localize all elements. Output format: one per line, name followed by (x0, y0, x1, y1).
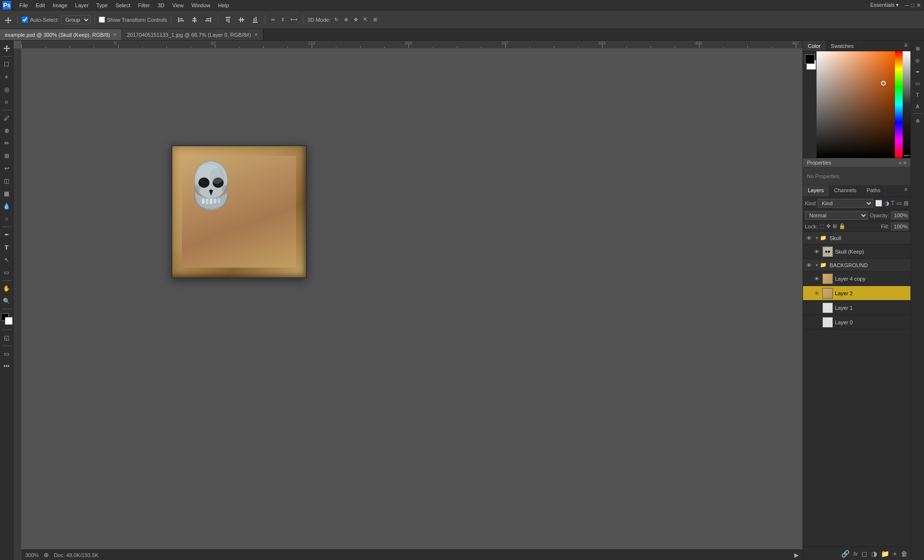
tab-paths[interactable]: Paths (862, 185, 886, 197)
crop-tool[interactable]: ⌗ (1, 96, 13, 108)
layer-mask-btn[interactable]: ◻ (861, 549, 868, 559)
auto-select-dropdown[interactable]: Group Layer (61, 15, 91, 24)
align-right-btn[interactable] (202, 15, 214, 25)
background-group-header[interactable]: 👁 ▾ 📁 BACKGROUND (803, 259, 910, 272)
align-bottom-btn[interactable] (249, 15, 261, 25)
menu-help[interactable]: Help (214, 1, 233, 9)
skull-group-eye[interactable]: 👁 (805, 234, 813, 242)
dodge-tool[interactable]: ○ (1, 213, 13, 225)
color-swatch[interactable] (1, 313, 13, 326)
menu-filter[interactable]: Filter (134, 1, 153, 9)
layer-fx-btn[interactable]: fx (852, 550, 859, 558)
pen-tool[interactable]: ✒ (1, 229, 13, 241)
rect-select-tool[interactable]: ☐ (1, 59, 13, 70)
fg-color-box[interactable] (805, 54, 815, 64)
layer-adj-btn[interactable]: ◑ (870, 549, 878, 559)
layer1-item[interactable]: Layer 1 (803, 301, 910, 315)
layer4copy-eye[interactable]: 👁 (813, 275, 820, 283)
move-tool[interactable] (1, 43, 13, 54)
lock-artboard-btn[interactable]: ⊞ (833, 223, 837, 229)
menu-edit[interactable]: Edit (32, 1, 49, 9)
skull-group-header[interactable]: 👁 ▾ 📁 Skull (803, 232, 910, 244)
minimize-btn[interactable]: ─ (905, 2, 909, 9)
lock-pixels-btn[interactable]: ⬚ (819, 223, 824, 229)
rotate-3d-btn[interactable]: ↻ (333, 16, 340, 23)
status-arrow-btn[interactable]: ▶ (794, 552, 799, 559)
tab-example-psd[interactable]: example.psd @ 300% (Skull (Keep), RGB/8)… (0, 29, 122, 40)
menu-image[interactable]: Image (49, 1, 72, 9)
tab-jpg[interactable]: 20170405151133_1.jpg @ 66.7% (Layer 0, R… (122, 29, 263, 40)
smart-filter-btn[interactable]: ⊞ (904, 200, 909, 207)
layer0-item[interactable]: Layer 0 (803, 315, 910, 330)
brush-tool[interactable]: ✏ (1, 137, 13, 149)
bg-group-eye[interactable]: 👁 (805, 261, 813, 269)
blend-mode-select[interactable]: Normal (805, 211, 868, 220)
layer-link-btn[interactable]: 🔗 (840, 549, 850, 559)
zoom-tool[interactable]: 🔍 (1, 295, 13, 307)
menu-layer[interactable]: Layer (71, 1, 92, 9)
right-tool-1[interactable]: ⊞ (912, 43, 924, 54)
lock-position-btn[interactable]: ✥ (826, 223, 831, 229)
tab-close-2[interactable]: ✕ (254, 32, 258, 37)
adj-filter-btn[interactable]: ◑ (884, 200, 889, 207)
distribute-v-btn[interactable]: ⇕ (279, 16, 287, 23)
menu-type[interactable]: Type (92, 1, 112, 9)
properties-menu-btn[interactable]: ≡ (904, 160, 907, 166)
close-btn[interactable]: ✕ (916, 2, 921, 9)
new-group-btn[interactable]: 📁 (880, 549, 890, 559)
canvas-viewport[interactable]: 300% ⊕ Doc: 48.0K/193.5K ▶ (21, 48, 803, 560)
align-middle-v-btn[interactable] (236, 15, 247, 25)
eyedropper-tool[interactable]: 🖊 (1, 112, 13, 124)
transform-checkbox[interactable] (99, 16, 105, 23)
history-brush-tool[interactable]: ↩ (1, 163, 13, 174)
orbit-btn[interactable]: ⊕ (342, 16, 350, 23)
background-color[interactable] (5, 317, 13, 325)
type-filter-btn[interactable]: T (891, 200, 894, 207)
kind-dropdown[interactable]: Kind (818, 199, 873, 208)
shape-tool[interactable]: ▭ (1, 267, 13, 278)
lasso-tool[interactable]: ⌖ (1, 71, 13, 83)
color-gradient-picker[interactable] (817, 51, 895, 158)
layers-panel-menu[interactable]: ≡ (902, 185, 910, 197)
extras-btn[interactable]: ••• (1, 361, 13, 372)
gradient-tool[interactable]: ▦ (1, 188, 13, 199)
align-left-btn[interactable] (175, 15, 187, 25)
properties-expand-btn[interactable]: » (898, 160, 901, 166)
zoom-fit-btn[interactable]: ⊕ (44, 551, 49, 559)
layer2-item[interactable]: 👁 Layer 2 (803, 286, 910, 301)
align-center-h-btn[interactable] (189, 15, 200, 25)
alpha-slider[interactable] (903, 51, 910, 158)
tab-channels[interactable]: Channels (829, 185, 862, 197)
skull-group-collapse[interactable]: ▾ (816, 235, 818, 241)
auto-select-checkbox[interactable] (22, 16, 28, 23)
distribute2-btn[interactable]: ⟷ (288, 16, 299, 23)
tab-close-1[interactable]: ✕ (113, 32, 117, 37)
menu-view[interactable]: View (168, 1, 188, 9)
bg-group-collapse[interactable]: ▾ (816, 262, 818, 268)
menu-file[interactable]: File (15, 1, 32, 9)
move-tool-btn[interactable] (3, 15, 14, 24)
color-panel-menu[interactable]: ≡ (901, 41, 910, 51)
tab-swatches[interactable]: Swatches (826, 41, 859, 51)
layer2-eye[interactable]: 👁 (813, 289, 820, 297)
new-layer-btn[interactable]: + (892, 549, 898, 559)
heal-tool[interactable]: ⊕ (1, 125, 13, 136)
menu-window[interactable]: Window (187, 1, 214, 9)
distribute-h-btn[interactable]: ⇔ (269, 16, 277, 23)
layer4copy-item[interactable]: 👁 Layer 4 copy (803, 272, 910, 286)
quick-select-tool[interactable]: ◎ (1, 84, 13, 95)
right-tool-5[interactable]: T (912, 89, 924, 101)
path-select-tool[interactable]: ↖ (1, 254, 13, 266)
tab-color[interactable]: Color (803, 41, 826, 51)
scale-btn[interactable]: ⊞ (371, 16, 379, 23)
right-tool-7[interactable]: ⊕ (912, 115, 924, 126)
right-tool-6[interactable]: A (912, 101, 924, 112)
pixel-filter-btn[interactable]: ⬜ (875, 200, 882, 207)
right-tool-4[interactable]: ▭ (912, 77, 924, 89)
screen-mode-btn[interactable]: ▭ (1, 348, 13, 360)
layer1-eye[interactable] (813, 304, 820, 312)
opacity-input[interactable] (891, 212, 909, 219)
maximize-btn[interactable]: □ (911, 2, 914, 9)
eraser-tool[interactable]: ◫ (1, 175, 13, 187)
hue-slider[interactable] (895, 51, 903, 158)
